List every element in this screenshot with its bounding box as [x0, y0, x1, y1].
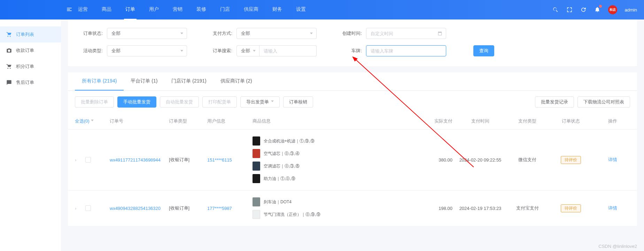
nav-decoration[interactable]: 装修 [195, 0, 208, 20]
search-input-wrap[interactable] [259, 45, 317, 56]
calendar-icon [437, 31, 442, 36]
nav-stores[interactable]: 门店 [219, 0, 231, 20]
sidebar-item-label: 售后订单 [16, 79, 34, 86]
sidebar-item-label: 订单列表 [16, 31, 34, 38]
menu-collapse-icon[interactable] [66, 6, 72, 13]
goods-name: 节气门清洗（正价）｜⓪,⑨,⑨ [264, 212, 320, 218]
query-button[interactable]: 查询 [473, 45, 494, 56]
username[interactable]: admin [625, 7, 637, 13]
nav-users[interactable]: 用户 [148, 0, 160, 20]
sidebar-item-aftersale-orders[interactable]: 售后订单 [0, 74, 61, 91]
expand-icon[interactable]: › [75, 206, 82, 211]
manual-ship-button[interactable]: 手动批量发货 [117, 96, 156, 108]
col-pay-time: 支付时间 [452, 118, 508, 124]
order-no-link[interactable]: wx490943288254136320 [110, 206, 161, 211]
pay-type: 微信支付 [508, 157, 546, 163]
search-icon[interactable] [552, 7, 559, 13]
row-checkbox[interactable] [85, 157, 91, 163]
col-goods-info: 商品信息 [253, 118, 425, 124]
notification-dot [599, 5, 602, 8]
col-order-no: 订单号 [110, 118, 169, 124]
order-tabs: 所有订单 (2194) 平台订单 (1) 门店订单 (2191) 供应商订单 (… [68, 72, 637, 91]
goods-item: 助力油｜①,⓪,⑨ [253, 174, 425, 183]
sidebar-item-payment-orders[interactable]: 收款订单 [0, 42, 61, 58]
detail-link[interactable]: 详情 [608, 205, 617, 211]
filter-label-status: 订单状态: [78, 30, 103, 37]
goods-item: 空气滤芯｜⓪,③,④ [253, 149, 425, 158]
chevron-down-icon [253, 50, 256, 52]
nav-suppliers[interactable]: 供应商 [242, 0, 260, 20]
top-bar: 运营 商品 订单 用户 营销 装修 门店 供应商 财务 设置 和店 admin [0, 0, 644, 19]
watermark: CSDN @linlinlove2 [598, 244, 637, 249]
top-nav: 运营 商品 订单 用户 营销 装修 门店 供应商 财务 设置 [77, 0, 307, 20]
download-mapping-button[interactable]: 下载物流公司对照表 [577, 96, 630, 108]
pay-time: 2024-02-20 09:22:55 [452, 157, 508, 163]
camera-icon [6, 48, 12, 53]
order-type: [收银订单] [169, 205, 207, 211]
table-header: 全选(0) 订单号 订单类型 用户信息 商品信息 实际支付 支付时间 支付类型 … [68, 113, 637, 129]
row-checkbox[interactable] [85, 205, 91, 211]
col-order-type: 订单类型 [169, 118, 207, 124]
pay-type: 支付宝支付 [508, 205, 546, 211]
nav-marketing[interactable]: 营销 [171, 0, 184, 20]
goods-item: 节气门清洗（正价）｜⓪,⑨,⑨ [253, 210, 425, 219]
main-content: 订单状态: 全部 支付方式: 全部 创建时间: 活动类型: [61, 19, 644, 251]
nav-orders[interactable]: 订单 [124, 0, 137, 20]
order-table-card: 所有订单 (2194) 平台订单 (1) 门店订单 (2191) 供应商订单 (… [68, 72, 637, 226]
sidebar-item-order-list[interactable]: 订单列表 [0, 26, 61, 42]
select-all-link[interactable]: 全选(0) [75, 118, 94, 124]
filter-label-plate: 车牌: [337, 48, 362, 54]
select-payment-method[interactable]: 全部 [236, 28, 317, 39]
order-type: [收银订单] [169, 157, 207, 163]
select-activity-type[interactable]: 全部 [107, 45, 187, 56]
auto-ship-button[interactable]: 自动批量发货 [160, 96, 199, 108]
nav-operations[interactable]: 运营 [77, 0, 89, 20]
export-button[interactable]: 导出发货单 [240, 96, 280, 108]
avatar[interactable]: 和店 [608, 5, 617, 14]
goods-name: 空调滤芯｜⓪,③,⑧ [264, 163, 300, 169]
chevron-down-icon [180, 33, 183, 34]
select-order-status[interactable]: 全部 [107, 28, 187, 39]
order-no-link[interactable]: wx491177211743698944 [110, 157, 161, 163]
notification-bell[interactable] [594, 6, 600, 14]
table-row: › wx491177211743698944 [收银订单] 151****611… [68, 129, 637, 190]
user-link[interactable]: 177****5987 [207, 206, 232, 211]
print-button[interactable]: 打印配货单 [202, 96, 237, 108]
goods-thumbnail [253, 162, 260, 171]
order-table: 全选(0) 订单号 订单类型 用户信息 商品信息 实际支付 支付时间 支付类型 … [68, 113, 637, 226]
tab-store-orders[interactable]: 门店订单 (2191) [164, 72, 213, 91]
tab-platform-orders[interactable]: 平台订单 (1) [124, 72, 164, 91]
date-range-input[interactable] [366, 28, 446, 39]
user-link[interactable]: 151****6115 [207, 157, 232, 163]
search-input[interactable] [264, 48, 306, 54]
nav-settings[interactable]: 设置 [295, 0, 307, 20]
nav-goods[interactable]: 商品 [100, 0, 113, 20]
nav-finance[interactable]: 财务 [271, 0, 284, 20]
goods-name: 助力油｜①,⓪,⑨ [264, 176, 295, 182]
plate-input-wrap[interactable] [366, 45, 446, 56]
sidebar-item-points-orders[interactable]: 积分订单 [0, 58, 61, 74]
tab-all-orders[interactable]: 所有订单 (2194) [75, 72, 124, 91]
detail-link[interactable]: 详情 [608, 157, 617, 162]
refresh-icon[interactable] [580, 7, 587, 13]
goods-name: 刹车油｜DOT4 [264, 199, 292, 205]
chevron-down-icon [91, 119, 94, 121]
plate-input[interactable] [371, 48, 435, 54]
goods-thumbnail [253, 197, 260, 206]
goods-thumbnail [253, 136, 260, 146]
select-search-scope[interactable]: 全部 [236, 45, 259, 56]
fullscreen-icon[interactable] [566, 7, 573, 13]
col-order-status: 订单状态 [546, 118, 595, 124]
goods-name: 全合成机油+机滤｜①,⑨,⑨ [264, 138, 315, 144]
verify-button[interactable]: 订单核销 [283, 96, 313, 108]
ship-log-button[interactable]: 批量发货记录 [535, 96, 574, 108]
chevron-down-icon [180, 50, 183, 52]
tab-supplier-orders[interactable]: 供应商订单 (2) [214, 72, 259, 91]
col-pay-type: 支付类型 [508, 118, 546, 124]
table-row: › wx490943288254136320 [收银订单] 177****598… [68, 190, 637, 226]
date-input-field[interactable] [371, 31, 435, 36]
expand-icon[interactable]: › [75, 157, 82, 163]
col-actual-pay: 实际支付 [425, 118, 452, 124]
actual-pay: 380.00 [425, 157, 452, 163]
batch-delete-button[interactable]: 批量删除订单 [75, 96, 114, 108]
